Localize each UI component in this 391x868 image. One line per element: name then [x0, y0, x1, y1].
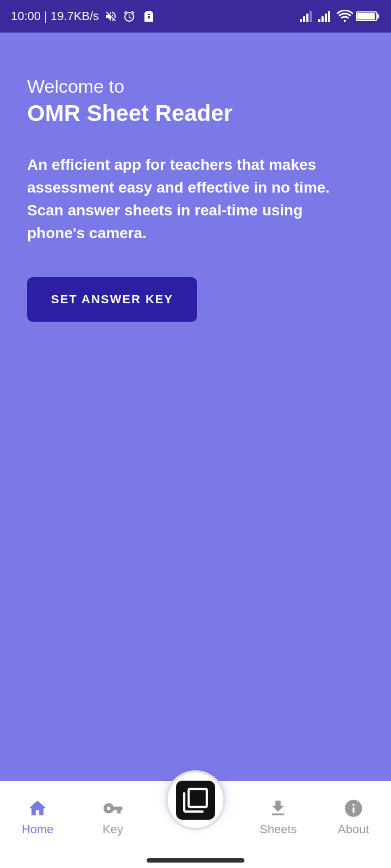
signal1-icon [300, 10, 315, 22]
sim-icon [141, 10, 154, 23]
status-bar: 10:00 | 19.7KB/s [0, 0, 391, 33]
key-label: Key [103, 822, 123, 837]
about-icon [343, 797, 364, 819]
nav-item-key[interactable]: Key [75, 797, 150, 837]
home-icon [27, 797, 48, 819]
svg-rect-6 [325, 14, 327, 22]
set-answer-key-button[interactable]: SET ANSWER KEY [27, 277, 197, 322]
svg-rect-7 [328, 11, 330, 22]
svg-rect-2 [306, 14, 308, 22]
status-icons [300, 10, 380, 23]
key-icon [102, 797, 124, 819]
svg-rect-1 [303, 16, 305, 22]
svg-rect-3 [310, 11, 312, 22]
about-label: About [338, 822, 369, 837]
wifi-icon [337, 10, 353, 23]
scan-button[interactable] [166, 770, 225, 830]
scan-icon [176, 781, 215, 820]
main-content: Welcome to OMR Sheet Reader An efficient… [0, 33, 391, 322]
alarm-icon [123, 10, 136, 23]
app-title: OMR Sheet Reader [27, 100, 364, 126]
sheets-icon [267, 797, 289, 819]
battery-icon [356, 10, 380, 22]
svg-rect-10 [377, 14, 379, 18]
signal2-icon [318, 10, 333, 22]
home-indicator [147, 858, 244, 863]
welcome-text: Welcome to [27, 76, 364, 97]
svg-rect-0 [300, 19, 302, 22]
svg-rect-5 [321, 16, 324, 22]
bottom-nav: Home Key Sheets [0, 781, 391, 868]
time-display: 10:00 | 19.7KB/s [11, 9, 99, 23]
app-description: An efficient app for teachers that makes… [27, 154, 364, 245]
nav-item-about[interactable]: About [316, 797, 391, 837]
svg-rect-9 [357, 13, 375, 20]
mute-icon [104, 10, 117, 23]
svg-rect-4 [318, 19, 320, 22]
nav-item-home[interactable]: Home [0, 797, 75, 837]
status-time: 10:00 | 19.7KB/s [11, 9, 154, 23]
home-label: Home [22, 822, 54, 837]
sheets-label: Sheets [260, 822, 297, 837]
nav-item-sheets[interactable]: Sheets [241, 797, 316, 837]
center-scan-container [166, 770, 225, 830]
